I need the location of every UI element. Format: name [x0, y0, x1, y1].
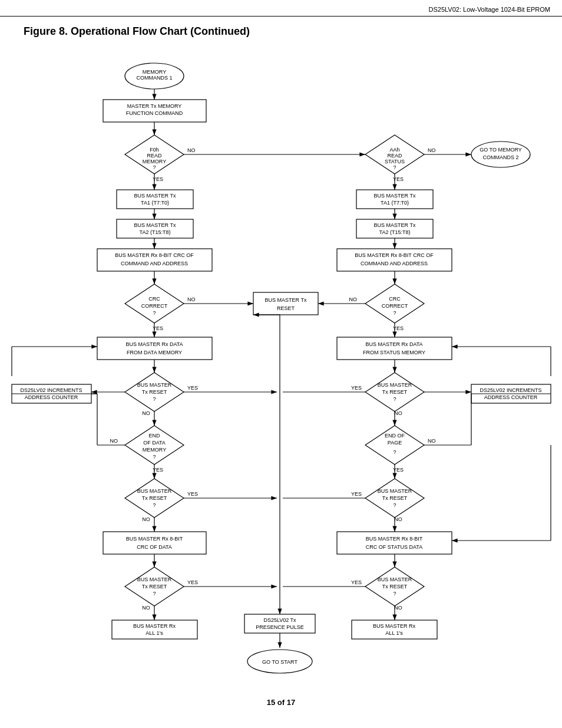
svg-text:GO TO START: GO TO START: [262, 659, 297, 665]
svg-text:GO TO MEMORY: GO TO MEMORY: [480, 147, 522, 153]
svg-text:CORRECT: CORRECT: [382, 303, 408, 309]
svg-text:MEMORY: MEMORY: [143, 159, 166, 164]
svg-text:FUNCTION COMMAND: FUNCTION COMMAND: [126, 110, 183, 116]
svg-text:AAh: AAh: [389, 147, 399, 153]
svg-text:YES: YES: [187, 491, 198, 497]
svg-text:?: ?: [393, 449, 396, 455]
svg-text:TA1 (T7:T0): TA1 (T7:T0): [381, 200, 409, 206]
svg-text:?: ?: [393, 396, 396, 402]
svg-text:BUS MASTER: BUS MASTER: [378, 577, 412, 582]
svg-text:READ: READ: [147, 153, 162, 159]
svg-text:MEMORY: MEMORY: [143, 69, 166, 75]
svg-text:BUS MASTER Tx: BUS MASTER Tx: [374, 193, 416, 199]
svg-text:DS25LV02 INCREMENTS: DS25LV02 INCREMENTS: [480, 387, 542, 393]
svg-rect-66: [253, 292, 318, 315]
svg-text:?: ?: [393, 164, 396, 170]
svg-text:BUS MASTER Rx DATA: BUS MASTER Rx DATA: [365, 341, 422, 347]
svg-text:COMMAND AND ADDRESS: COMMAND AND ADDRESS: [121, 261, 188, 266]
svg-text:NO: NO: [142, 516, 150, 522]
svg-text:FROM STATUS MEMORY: FROM STATUS MEMORY: [363, 350, 425, 355]
header-title: DS25LV02: Low-Voltage 1024-Bit EPROM: [429, 6, 550, 13]
svg-text:READ: READ: [387, 153, 402, 159]
svg-text:PAGE: PAGE: [388, 440, 402, 446]
svg-text:BUS MASTER Rx 8-BIT CRC OF: BUS MASTER Rx 8-BIT CRC OF: [355, 252, 434, 258]
svg-rect-77: [337, 337, 452, 360]
svg-text:BUS MASTER Rx 8-BIT: BUS MASTER Rx 8-BIT: [366, 536, 423, 542]
svg-text:F0h: F0h: [150, 147, 159, 153]
svg-text:NO: NO: [187, 297, 196, 302]
svg-text:Tx RESET: Tx RESET: [142, 389, 167, 395]
svg-text:Tx RESET: Tx RESET: [142, 495, 167, 501]
svg-text:BUS MASTER: BUS MASTER: [378, 488, 412, 494]
svg-text:TA1 (T7:T0): TA1 (T7:T0): [141, 200, 169, 206]
svg-text:BUS MASTER Tx: BUS MASTER Tx: [134, 222, 176, 228]
svg-text:END: END: [148, 433, 160, 439]
svg-text:BUS MASTER Rx: BUS MASTER Rx: [373, 623, 416, 629]
svg-text:Tx RESET: Tx RESET: [382, 584, 408, 589]
svg-text:CRC: CRC: [389, 296, 401, 302]
svg-text:RESET: RESET: [277, 305, 295, 311]
svg-text:NO: NO: [428, 147, 436, 153]
svg-text:ADDRESS COUNTER: ADDRESS COUNTER: [25, 394, 78, 400]
svg-text:BUS MASTER Tx: BUS MASTER Tx: [134, 193, 176, 199]
svg-text:COMMAND AND ADDRESS: COMMAND AND ADDRESS: [361, 261, 428, 266]
svg-text:BUS MASTER: BUS MASTER: [137, 488, 172, 494]
svg-text:END OF: END OF: [385, 433, 405, 439]
svg-text:NO: NO: [110, 438, 118, 444]
svg-text:BUS MASTER Tx: BUS MASTER Tx: [265, 297, 307, 303]
svg-text:?: ?: [153, 396, 156, 402]
svg-text:CORRECT: CORRECT: [141, 303, 168, 309]
svg-text:Tx RESET: Tx RESET: [382, 389, 408, 395]
svg-text:MEMORY: MEMORY: [143, 447, 166, 453]
svg-text:NO: NO: [394, 410, 402, 416]
svg-text:NO: NO: [394, 605, 402, 611]
svg-text:ALL 1's: ALL 1's: [385, 630, 403, 636]
svg-text:?: ?: [153, 591, 156, 597]
svg-text:?: ?: [153, 454, 156, 460]
svg-text:DS25LV02 INCREMENTS: DS25LV02 INCREMENTS: [21, 387, 82, 393]
svg-text:?: ?: [393, 502, 396, 508]
svg-text:YES: YES: [351, 491, 362, 497]
svg-rect-148: [103, 532, 206, 554]
svg-text:STATUS: STATUS: [385, 159, 405, 164]
svg-text:BUS MASTER Rx DATA: BUS MASTER Rx DATA: [125, 341, 183, 347]
svg-text:?: ?: [393, 310, 396, 316]
svg-text:BUS MASTER Tx: BUS MASTER Tx: [374, 222, 416, 228]
svg-text:YES: YES: [351, 579, 362, 585]
svg-text:BUS MASTER Rx 8-BIT: BUS MASTER Rx 8-BIT: [126, 536, 183, 542]
page-footer: 15 of 17: [0, 692, 562, 713]
svg-text:?: ?: [153, 310, 156, 316]
svg-text:MASTER Tx MEMORY: MASTER Tx MEMORY: [127, 103, 182, 109]
svg-text:COMMANDS 1: COMMANDS 1: [136, 75, 172, 81]
svg-text:YES: YES: [187, 579, 198, 585]
svg-text:?: ?: [153, 164, 156, 170]
svg-text:NO: NO: [187, 147, 196, 153]
svg-text:OF DATA: OF DATA: [143, 440, 166, 446]
page-header: DS25LV02: Low-Voltage 1024-Bit EPROM: [0, 0, 562, 17]
svg-text:NO: NO: [142, 605, 150, 611]
svg-text:Tx RESET: Tx RESET: [142, 584, 167, 589]
svg-text:?: ?: [153, 502, 156, 508]
svg-text:YES: YES: [187, 385, 198, 391]
svg-text:BUS MASTER: BUS MASTER: [137, 577, 172, 582]
svg-text:?: ?: [393, 591, 396, 597]
svg-text:FROM DATA MEMORY: FROM DATA MEMORY: [127, 350, 182, 355]
svg-text:DS25LV02 Tx: DS25LV02 Tx: [263, 617, 296, 623]
svg-text:COMMANDS 2: COMMANDS 2: [482, 154, 518, 160]
svg-rect-73: [97, 337, 212, 360]
svg-text:BUS MASTER: BUS MASTER: [378, 382, 412, 388]
svg-text:Tx RESET: Tx RESET: [382, 495, 408, 501]
svg-text:PRESENCE PULSE: PRESENCE PULSE: [256, 624, 304, 630]
svg-text:TA2 (T15:T8): TA2 (T15:T8): [140, 229, 171, 235]
svg-text:YES: YES: [351, 385, 362, 391]
svg-text:NO: NO: [349, 297, 358, 302]
svg-text:BUS MASTER Rx: BUS MASTER Rx: [133, 623, 176, 629]
svg-text:BUS MASTER Rx 8-BIT CRC OF: BUS MASTER Rx 8-BIT CRC OF: [115, 252, 194, 258]
svg-text:BUS MASTER: BUS MASTER: [137, 382, 172, 388]
svg-text:NO: NO: [142, 410, 150, 416]
svg-text:NO: NO: [394, 516, 402, 522]
svg-text:TA2 (T15:T8): TA2 (T15:T8): [379, 229, 411, 235]
svg-rect-152: [337, 532, 452, 554]
svg-text:ALL 1's: ALL 1's: [146, 630, 163, 636]
svg-text:NO: NO: [428, 438, 436, 444]
